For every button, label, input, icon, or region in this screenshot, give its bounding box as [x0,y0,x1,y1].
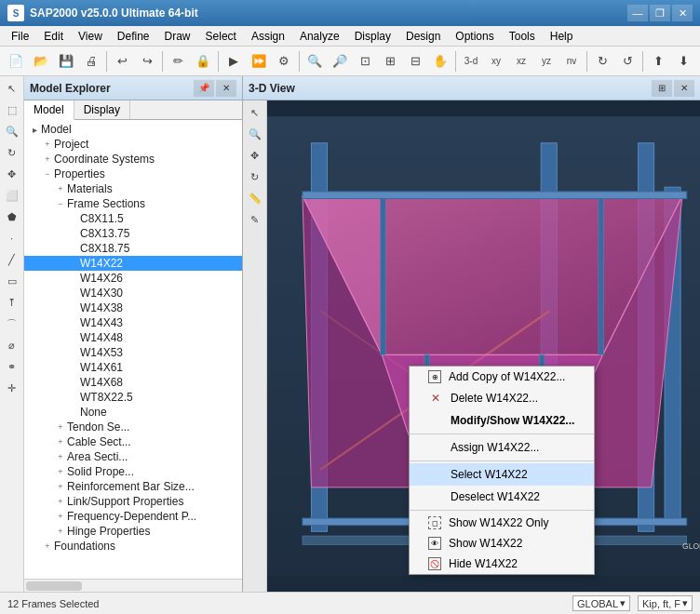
expander-solid[interactable]: + [54,467,67,476]
menu-help[interactable]: Help [543,26,581,47]
menu-define[interactable]: Define [110,26,157,47]
xz-button[interactable]: xz [509,49,533,73]
tree-item-freqdep[interactable]: + Frequency-Dependent P... [24,509,242,524]
open-button[interactable]: 📂 [29,49,53,73]
tree-item-w14x48[interactable]: W14X48 [24,330,242,345]
menu-edit[interactable]: Edit [36,26,71,47]
expander-hinge[interactable]: + [54,527,67,536]
maximize-button[interactable]: ❐ [650,5,670,21]
ref-tool[interactable]: ✛ [2,378,22,398]
expander-foundations[interactable]: + [41,541,54,551]
tree-item-coord[interactable]: + Coordinate Systems [24,152,242,167]
run2-button[interactable]: ⏩ [247,49,271,73]
ctx-assign[interactable]: Assign W14X22... [410,436,594,459]
view-close-button[interactable]: ✕ [674,80,694,97]
pointer-tool[interactable]: ↖ [2,78,22,99]
menu-options[interactable]: Options [448,26,501,47]
tree-item-w14x22[interactable]: W14X22 [24,256,242,271]
expander-coord[interactable]: + [41,154,54,164]
menu-view[interactable]: View [71,26,110,47]
expander-cable[interactable]: + [54,437,67,447]
tree-item-wt8x22[interactable]: WT8X22.5 [24,390,242,405]
tree-item-w14x30[interactable]: W14X30 [24,286,242,300]
expander-area[interactable]: + [54,452,67,461]
expander-reinf[interactable]: + [54,482,67,491]
zoom-in-button[interactable]: 🔍 [303,49,327,73]
cable-tool[interactable]: ⌒ [2,314,22,334]
vl-annotate[interactable]: ✎ [245,209,265,230]
close-button[interactable]: ✕ [672,5,693,21]
pan-tool[interactable]: ✥ [2,164,22,184]
xy-button[interactable]: xy [484,49,508,73]
lock-button[interactable]: 🔒 [191,49,215,73]
pan-button[interactable]: ✋ [428,49,452,73]
tree-item-model[interactable]: ▸ Model [24,122,242,137]
expander-materials[interactable]: + [54,184,67,194]
expander-tendon[interactable]: + [54,422,67,432]
pencil-button[interactable]: ✏ [166,49,190,73]
rotate-tool[interactable]: ↻ [2,142,22,163]
ctx-deselect[interactable]: Deselect W14X22 [410,486,594,508]
units-dropdown[interactable]: Kip, ft, F ▾ [638,595,693,611]
vl-select[interactable]: ↖ [245,102,265,123]
ctx-delete[interactable]: ✕ Delete W14X22... [410,387,594,409]
expander-properties[interactable]: − [41,169,54,179]
tree-item-framesections[interactable]: − Frame Sections [24,196,242,211]
tab-display[interactable]: Display [74,100,130,119]
menu-file[interactable]: File [4,26,36,47]
tree-item-c8x13[interactable]: C8X13.75 [24,226,242,241]
tree-item-project[interactable]: + Project [24,137,242,152]
coordinate-system-dropdown[interactable]: GLOBAL ▾ [572,595,630,611]
vl-measure[interactable]: 📏 [245,188,265,208]
menu-draw[interactable]: Draw [157,26,198,47]
menu-select[interactable]: Select [198,26,244,47]
select-tool[interactable]: ⬚ [2,100,22,120]
expander-linksupport[interactable]: + [54,497,67,506]
tree-item-area[interactable]: + Area Secti... [24,449,242,464]
explorer-pin-button[interactable]: 📌 [194,80,214,97]
poly-select[interactable]: ⬟ [2,207,22,227]
zoom-out-button[interactable]: 🔎 [328,49,352,73]
expander-project[interactable]: + [41,140,54,149]
spring-tool[interactable]: ⤒ [2,292,22,313]
explorer-close-button[interactable]: ✕ [216,80,236,97]
tree-item-solid[interactable]: + Solid Prope... [24,464,242,479]
move-down-button[interactable]: ⬇ [671,49,695,73]
zoom-all-button[interactable]: ⊞ [378,49,402,73]
vl-zoom[interactable]: 🔍 [245,124,265,144]
ctx-select[interactable]: Select W14X22 [410,463,594,486]
ctx-modify[interactable]: Modify/Show W14X22... [410,409,594,432]
tree-item-w14x26[interactable]: W14X26 [24,271,242,286]
run-button[interactable]: ▶ [222,49,246,73]
zoom-tool[interactable]: 🔍 [2,121,22,141]
ctx-show[interactable]: 👁 Show W14X22 [410,533,594,554]
tree-item-w14x38[interactable]: W14X38 [24,300,242,315]
tree-item-w14x68[interactable]: W14X68 [24,375,242,390]
tree-item-hinge[interactable]: + Hinge Properties [24,524,242,539]
save-button[interactable]: 💾 [54,49,78,73]
vl-pan[interactable]: ✥ [245,145,265,166]
frame-tool[interactable]: ╱ [2,249,22,270]
tree-item-w14x61[interactable]: W14X61 [24,360,242,375]
tendon-tool[interactable]: ⌀ [2,335,22,355]
menu-assign[interactable]: Assign [244,26,292,47]
undo-button[interactable]: ↩ [110,49,134,73]
zoom-window-button[interactable]: ⊡ [353,49,377,73]
tree-item-foundations[interactable]: + Foundations [24,539,242,554]
tree-item-linksupport[interactable]: + Link/Support Properties [24,494,242,509]
tab-model[interactable]: Model [24,100,74,120]
menu-tools[interactable]: Tools [502,26,543,47]
expander-framesections[interactable]: − [54,199,67,208]
tree-item-properties[interactable]: − Properties [24,167,242,181]
menu-analyze[interactable]: Analyze [292,26,347,47]
tree-item-w14x43[interactable]: W14X43 [24,315,242,330]
3d-button[interactable]: 3-d [459,49,483,73]
title-bar-controls[interactable]: — ❐ ✕ [627,5,693,21]
vl-rot[interactable]: ↻ [245,167,265,187]
rubber-band[interactable]: ⬜ [2,185,22,206]
menu-design[interactable]: Design [398,26,448,47]
view-undock-button[interactable]: ⊞ [652,80,672,97]
area-tool[interactable]: ▭ [2,271,22,291]
zoom-sel-button[interactable]: ⊟ [403,49,427,73]
point-tool[interactable]: · [2,228,22,248]
